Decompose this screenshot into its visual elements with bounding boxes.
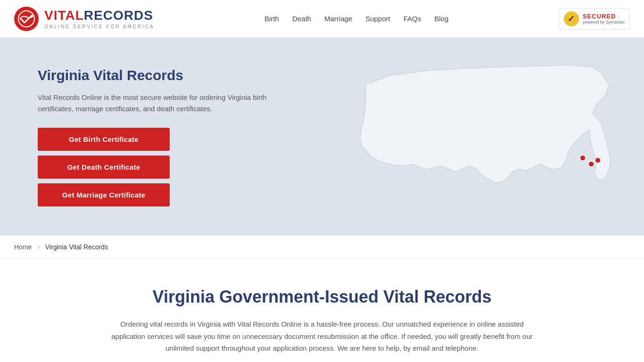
location-dot-1: [580, 155, 586, 161]
nav-birth[interactable]: Birth: [264, 15, 279, 23]
breadcrumb-current: Virginia Vital Records: [45, 243, 108, 251]
content-description: Ordering vital records in Virginia with …: [110, 318, 534, 354]
logo-area: VITALRECORDS ONLINE SERVICE FOR AMERICA: [14, 7, 154, 31]
content-title: Virginia Government-Issued Vital Records: [66, 287, 578, 307]
logo-text: VITALRECORDS ONLINE SERVICE FOR AMERICA: [44, 8, 154, 29]
norton-badge: ✓ SECURED powered by Symantec: [559, 8, 630, 30]
brand-part2: RECORDS: [84, 8, 153, 23]
norton-check-icon: ✓: [564, 11, 579, 26]
get-birth-certificate-button[interactable]: Get Birth Certificate: [38, 128, 170, 151]
norton-secured-label: SECURED: [583, 13, 625, 20]
hero-title: Virginia Vital Records: [38, 67, 273, 83]
site-header: VITALRECORDS ONLINE SERVICE FOR AMERICA …: [0, 0, 644, 38]
brand-part1: VITAL: [44, 8, 84, 23]
norton-symantec-label: powered by Symantec: [583, 20, 625, 25]
logo-icon: [14, 7, 39, 31]
virginia-map-svg: [352, 47, 616, 226]
nav-faqs[interactable]: FAQs: [404, 15, 421, 23]
logo-subtitle: ONLINE SERVICE FOR AMERICA: [44, 24, 154, 29]
nav-support[interactable]: Support: [365, 15, 390, 23]
hero-section: Virginia Vital Records Vital Records Onl…: [0, 38, 644, 236]
logo-title: VITALRECORDS: [44, 8, 154, 23]
nav-death[interactable]: Death: [292, 15, 311, 23]
location-dot-2: [588, 161, 594, 167]
get-death-certificate-button[interactable]: Get Death Certificate: [38, 156, 170, 179]
hero-content: Virginia Vital Records Vital Records Onl…: [38, 67, 273, 206]
main-nav: Birth Death Marriage Support FAQs Blog: [264, 15, 448, 23]
virginia-map-area: [352, 47, 616, 226]
nav-marriage[interactable]: Marriage: [324, 15, 352, 23]
location-dot-3: [595, 157, 601, 163]
cta-buttons: Get Birth Certificate Get Death Certific…: [38, 128, 170, 206]
content-section: Virginia Government-Issued Vital Records…: [0, 259, 644, 362]
breadcrumb: Home › Virginia Vital Records: [0, 236, 644, 259]
get-marriage-certificate-button[interactable]: Get Marriage Certificate: [38, 183, 170, 206]
nav-blog[interactable]: Blog: [434, 15, 448, 23]
breadcrumb-separator: ›: [37, 243, 40, 251]
norton-text: SECURED powered by Symantec: [583, 13, 625, 25]
hero-description: Vital Records Online is the most secure …: [38, 92, 273, 115]
breadcrumb-home[interactable]: Home: [14, 243, 32, 251]
